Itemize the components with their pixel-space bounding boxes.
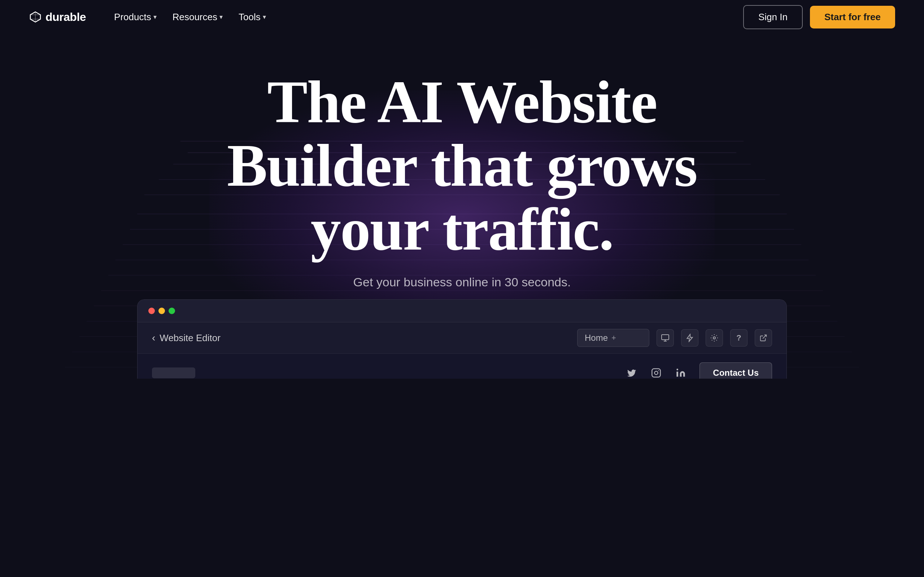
svg-rect-18 xyxy=(652,369,661,377)
logo[interactable]: durable xyxy=(29,10,86,24)
gear-icon xyxy=(710,334,719,342)
svg-point-20 xyxy=(658,371,659,371)
browser-placeholder xyxy=(152,367,195,378)
hero-subtitle: Get your business online in 30 seconds. xyxy=(353,275,571,289)
chevron-down-icon: ▾ xyxy=(153,13,157,21)
url-plus-icon: + xyxy=(611,333,616,343)
social-icons xyxy=(624,365,689,379)
lightning-icon xyxy=(685,334,694,342)
contact-us-button[interactable]: Contact Us xyxy=(699,363,772,379)
svg-point-17 xyxy=(713,337,716,339)
browser-content: Contact Us xyxy=(137,354,787,379)
chevron-down-icon: ▾ xyxy=(263,13,266,21)
chevron-down-icon: ▾ xyxy=(220,13,223,21)
external-link-icon-btn[interactable] xyxy=(755,329,772,347)
navbar-left: durable Products ▾ Resources ▾ Tools ▾ xyxy=(29,8,273,26)
logo-icon xyxy=(29,10,42,23)
browser-dot-minimize[interactable] xyxy=(158,308,165,314)
question-icon-btn[interactable]: ? xyxy=(730,329,748,347)
back-arrow-icon: ‹ xyxy=(152,332,155,344)
svg-point-19 xyxy=(655,371,658,375)
linkedin-icon[interactable] xyxy=(673,365,689,379)
navbar-right: Sign In Start for free xyxy=(743,5,895,29)
brand-name: durable xyxy=(45,10,86,24)
browser-dot-close[interactable] xyxy=(149,308,155,314)
browser-toolbar-right: Home + xyxy=(577,329,772,347)
navbar: durable Products ▾ Resources ▾ Tools ▾ S… xyxy=(0,0,924,34)
browser-toolbar: ‹ Website Editor Home + xyxy=(137,322,787,354)
browser-dot-maximize[interactable] xyxy=(168,308,175,314)
start-button[interactable]: Start for free xyxy=(810,6,895,29)
browser-titlebar xyxy=(137,300,787,322)
url-text: Home xyxy=(585,333,608,343)
svg-point-21 xyxy=(677,369,678,371)
browser-url-bar[interactable]: Home + xyxy=(577,329,649,347)
browser-footer-right: Contact Us xyxy=(624,363,772,379)
nav-resources[interactable]: Resources ▾ xyxy=(166,8,229,26)
monitor-icon xyxy=(661,334,670,342)
browser-mockup: ‹ Website Editor Home + xyxy=(137,299,787,379)
instagram-icon[interactable] xyxy=(648,365,664,379)
svg-rect-16 xyxy=(662,335,669,340)
hero-title: The AI Website Builder that grows your t… xyxy=(209,70,715,261)
gear-icon-btn[interactable] xyxy=(706,329,723,347)
signin-button[interactable]: Sign In xyxy=(743,5,803,29)
external-link-icon xyxy=(759,334,767,342)
twitter-icon[interactable] xyxy=(624,365,640,379)
hero-section: The AI Website Builder that grows your t… xyxy=(0,34,924,379)
lightning-icon-btn[interactable] xyxy=(681,329,698,347)
browser-content-left xyxy=(152,367,195,378)
monitor-icon-btn[interactable] xyxy=(657,329,674,347)
nav-tools[interactable]: Tools ▾ xyxy=(232,8,273,26)
browser-back-button[interactable]: ‹ Website Editor xyxy=(152,332,221,344)
question-icon: ? xyxy=(736,333,741,343)
nav-products[interactable]: Products ▾ xyxy=(108,8,163,26)
nav-links: Products ▾ Resources ▾ Tools ▾ xyxy=(108,8,273,26)
